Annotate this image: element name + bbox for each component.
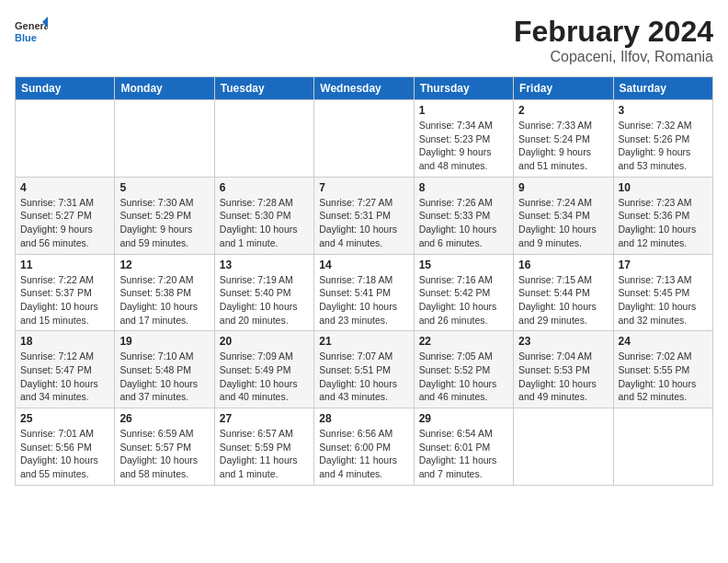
day-info: Sunrise: 7:31 AM Sunset: 5:27 PM Dayligh… <box>20 196 109 250</box>
calendar-cell: 7Sunrise: 7:27 AM Sunset: 5:31 PM Daylig… <box>314 177 414 254</box>
day-number: 19 <box>119 335 209 348</box>
calendar-cell <box>16 100 115 178</box>
calendar-cell: 14Sunrise: 7:18 AM Sunset: 5:41 PM Dayli… <box>314 254 414 331</box>
day-number: 8 <box>419 181 508 194</box>
calendar-cell: 11Sunrise: 7:22 AM Sunset: 5:37 PM Dayli… <box>16 254 115 331</box>
day-info: Sunrise: 7:09 AM Sunset: 5:49 PM Dayligh… <box>220 350 309 404</box>
day-info: Sunrise: 6:59 AM Sunset: 5:57 PM Dayligh… <box>119 427 209 481</box>
calendar-cell: 4Sunrise: 7:31 AM Sunset: 5:27 PM Daylig… <box>16 177 115 254</box>
svg-text:Blue: Blue <box>15 32 37 43</box>
day-header-wednesday: Wednesday <box>314 77 414 100</box>
day-info: Sunrise: 6:57 AM Sunset: 5:59 PM Dayligh… <box>220 427 309 481</box>
day-number: 27 <box>220 412 309 425</box>
day-info: Sunrise: 7:07 AM Sunset: 5:51 PM Dayligh… <box>319 350 408 404</box>
day-number: 29 <box>419 412 508 425</box>
day-number: 22 <box>419 335 508 348</box>
calendar-cell: 20Sunrise: 7:09 AM Sunset: 5:49 PM Dayli… <box>214 331 313 408</box>
day-header-monday: Monday <box>115 77 214 100</box>
calendar-cell <box>214 100 313 178</box>
calendar-cell: 28Sunrise: 6:56 AM Sunset: 6:00 PM Dayli… <box>314 408 414 486</box>
day-number: 15 <box>419 259 508 271</box>
day-number: 9 <box>518 181 608 194</box>
calendar-week-4: 18Sunrise: 7:12 AM Sunset: 5:47 PM Dayli… <box>16 331 713 408</box>
calendar-cell: 22Sunrise: 7:05 AM Sunset: 5:52 PM Dayli… <box>414 331 513 408</box>
day-info: Sunrise: 7:26 AM Sunset: 5:33 PM Dayligh… <box>419 196 508 250</box>
day-info: Sunrise: 7:28 AM Sunset: 5:30 PM Dayligh… <box>220 196 309 250</box>
calendar-cell: 10Sunrise: 7:23 AM Sunset: 5:36 PM Dayli… <box>613 177 712 254</box>
main-title: February 2024 <box>514 15 713 49</box>
day-header-tuesday: Tuesday <box>214 77 313 100</box>
day-number: 18 <box>20 335 109 348</box>
calendar-cell: 29Sunrise: 6:54 AM Sunset: 6:01 PM Dayli… <box>414 408 513 486</box>
day-number: 20 <box>220 335 309 348</box>
day-info: Sunrise: 7:10 AM Sunset: 5:48 PM Dayligh… <box>119 350 209 404</box>
day-info: Sunrise: 7:34 AM Sunset: 5:23 PM Dayligh… <box>419 119 508 173</box>
day-number: 11 <box>20 259 109 271</box>
day-info: Sunrise: 7:27 AM Sunset: 5:31 PM Dayligh… <box>319 196 408 250</box>
day-info: Sunrise: 7:33 AM Sunset: 5:24 PM Dayligh… <box>518 119 608 173</box>
day-header-saturday: Saturday <box>613 77 712 100</box>
logo: General Blue <box>15 15 48 48</box>
day-number: 24 <box>619 335 708 348</box>
day-header-friday: Friday <box>514 77 613 100</box>
day-info: Sunrise: 7:30 AM Sunset: 5:29 PM Dayligh… <box>119 196 209 250</box>
calendar: SundayMondayTuesdayWednesdayThursdayFrid… <box>15 76 713 486</box>
day-number: 21 <box>319 335 408 348</box>
calendar-cell: 19Sunrise: 7:10 AM Sunset: 5:48 PM Dayli… <box>115 331 214 408</box>
calendar-cell: 21Sunrise: 7:07 AM Sunset: 5:51 PM Dayli… <box>314 331 414 408</box>
calendar-cell: 27Sunrise: 6:57 AM Sunset: 5:59 PM Dayli… <box>214 408 313 486</box>
calendar-cell <box>613 408 712 486</box>
calendar-cell: 12Sunrise: 7:20 AM Sunset: 5:38 PM Dayli… <box>115 254 214 331</box>
day-number: 17 <box>619 259 708 271</box>
calendar-cell: 17Sunrise: 7:13 AM Sunset: 5:45 PM Dayli… <box>613 254 712 331</box>
calendar-cell: 23Sunrise: 7:04 AM Sunset: 5:53 PM Dayli… <box>514 331 613 408</box>
day-number: 4 <box>20 181 109 194</box>
day-number: 13 <box>220 259 309 271</box>
title-block: February 2024 Copaceni, Ilfov, Romania <box>514 15 713 65</box>
calendar-week-1: 1Sunrise: 7:34 AM Sunset: 5:23 PM Daylig… <box>16 100 713 178</box>
day-header-sunday: Sunday <box>16 77 115 100</box>
calendar-cell: 18Sunrise: 7:12 AM Sunset: 5:47 PM Dayli… <box>16 331 115 408</box>
day-number: 12 <box>119 259 209 271</box>
day-number: 6 <box>220 181 309 194</box>
calendar-cell: 24Sunrise: 7:02 AM Sunset: 5:55 PM Dayli… <box>613 331 712 408</box>
day-info: Sunrise: 7:18 AM Sunset: 5:41 PM Dayligh… <box>319 273 408 327</box>
logo-icon: General Blue <box>15 15 48 48</box>
calendar-cell: 26Sunrise: 6:59 AM Sunset: 5:57 PM Dayli… <box>115 408 214 486</box>
calendar-cell: 1Sunrise: 7:34 AM Sunset: 5:23 PM Daylig… <box>414 100 513 178</box>
calendar-cell <box>115 100 214 178</box>
day-info: Sunrise: 6:54 AM Sunset: 6:01 PM Dayligh… <box>419 427 508 481</box>
day-number: 16 <box>518 259 608 271</box>
calendar-cell: 3Sunrise: 7:32 AM Sunset: 5:26 PM Daylig… <box>613 100 712 178</box>
subtitle: Copaceni, Ilfov, Romania <box>514 49 713 65</box>
calendar-cell: 5Sunrise: 7:30 AM Sunset: 5:29 PM Daylig… <box>115 177 214 254</box>
day-info: Sunrise: 7:23 AM Sunset: 5:36 PM Dayligh… <box>619 196 708 250</box>
calendar-cell: 16Sunrise: 7:15 AM Sunset: 5:44 PM Dayli… <box>514 254 613 331</box>
day-info: Sunrise: 7:15 AM Sunset: 5:44 PM Dayligh… <box>518 273 608 327</box>
day-info: Sunrise: 7:05 AM Sunset: 5:52 PM Dayligh… <box>419 350 508 404</box>
calendar-cell: 9Sunrise: 7:24 AM Sunset: 5:34 PM Daylig… <box>514 177 613 254</box>
day-info: Sunrise: 7:12 AM Sunset: 5:47 PM Dayligh… <box>20 350 109 404</box>
calendar-cell: 13Sunrise: 7:19 AM Sunset: 5:40 PM Dayli… <box>214 254 313 331</box>
day-number: 2 <box>518 104 608 117</box>
day-info: Sunrise: 7:16 AM Sunset: 5:42 PM Dayligh… <box>419 273 508 327</box>
day-number: 14 <box>319 259 408 271</box>
calendar-week-2: 4Sunrise: 7:31 AM Sunset: 5:27 PM Daylig… <box>16 177 713 254</box>
header: General Blue February 2024 Copaceni, Ilf… <box>15 15 713 65</box>
day-number: 10 <box>619 181 708 194</box>
day-number: 28 <box>319 412 408 425</box>
calendar-cell: 8Sunrise: 7:26 AM Sunset: 5:33 PM Daylig… <box>414 177 513 254</box>
day-info: Sunrise: 7:02 AM Sunset: 5:55 PM Dayligh… <box>619 350 708 404</box>
day-info: Sunrise: 7:01 AM Sunset: 5:56 PM Dayligh… <box>20 427 109 481</box>
day-number: 3 <box>619 104 708 117</box>
calendar-cell: 2Sunrise: 7:33 AM Sunset: 5:24 PM Daylig… <box>514 100 613 178</box>
calendar-week-3: 11Sunrise: 7:22 AM Sunset: 5:37 PM Dayli… <box>16 254 713 331</box>
day-info: Sunrise: 7:32 AM Sunset: 5:26 PM Dayligh… <box>619 119 708 173</box>
day-info: Sunrise: 7:13 AM Sunset: 5:45 PM Dayligh… <box>619 273 708 327</box>
day-info: Sunrise: 7:20 AM Sunset: 5:38 PM Dayligh… <box>119 273 209 327</box>
day-number: 25 <box>20 412 109 425</box>
day-number: 1 <box>419 104 508 117</box>
calendar-cell: 6Sunrise: 7:28 AM Sunset: 5:30 PM Daylig… <box>214 177 313 254</box>
calendar-week-5: 25Sunrise: 7:01 AM Sunset: 5:56 PM Dayli… <box>16 408 713 486</box>
day-number: 23 <box>518 335 608 348</box>
